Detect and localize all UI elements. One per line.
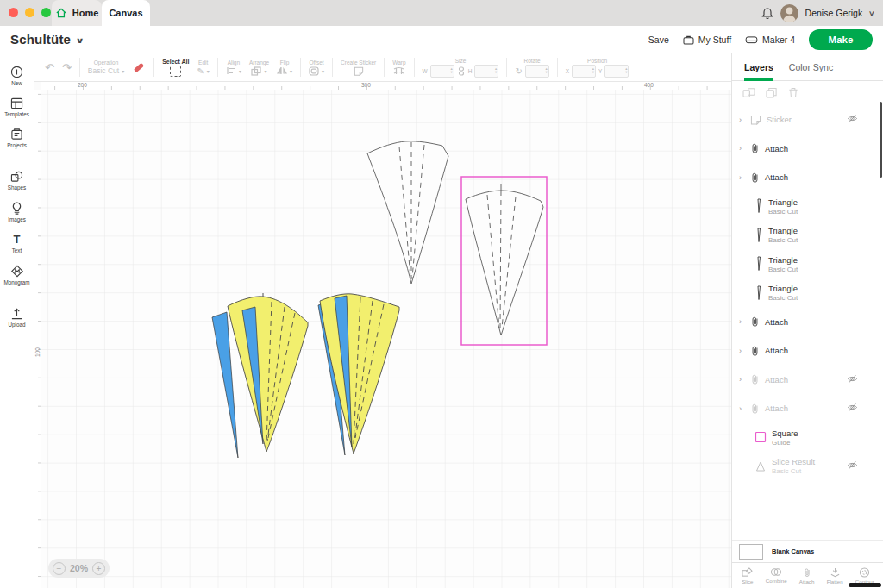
redo-icon[interactable]: ↷ (62, 61, 72, 74)
eye-off-icon[interactable] (847, 374, 858, 384)
sidebar-item-upload[interactable]: Upload (0, 308, 34, 328)
align-dropdown[interactable]: Align ▾ (226, 59, 241, 75)
minimize-window-button[interactable] (25, 8, 34, 17)
notifications-bell-icon[interactable] (761, 7, 773, 20)
position-x-input[interactable]: ▴ ▾ (572, 65, 596, 78)
text-icon: T (14, 234, 21, 246)
eye-off-icon[interactable] (847, 403, 858, 412)
undo-icon[interactable]: ↶ (45, 61, 54, 74)
size-lock-link-icon[interactable] (457, 66, 466, 76)
layer-row-attach[interactable]: › Attach (732, 134, 883, 164)
arrange-label: Arrange (249, 59, 269, 66)
sidebar-item-monogram[interactable]: Monogram (0, 265, 34, 285)
ungroup-icon[interactable] (742, 87, 755, 98)
warp-button[interactable]: Warp (392, 59, 405, 76)
tab-layers[interactable]: Layers (744, 53, 773, 81)
width-stepper[interactable]: ▴ ▾ (450, 67, 453, 74)
sidebar-item-new[interactable]: New (0, 66, 34, 86)
canvas-color-swatch[interactable] (739, 544, 763, 560)
height-input[interactable]: ▴ ▾ (474, 65, 498, 78)
edit-dropdown[interactable]: Edit ✎ ▾ (197, 59, 209, 76)
user-avatar[interactable] (780, 4, 798, 22)
close-window-button[interactable] (9, 8, 18, 17)
rotate-stepper[interactable]: ▴ ▾ (546, 67, 548, 74)
slice-button[interactable]: Slice (742, 567, 753, 585)
user-menu-chevron-icon[interactable]: ∨ (868, 9, 875, 17)
height-stepper[interactable]: ▴ ▾ (495, 67, 498, 74)
stepper-down-icon[interactable]: ▾ (546, 71, 548, 74)
layer-row-attach[interactable]: › Attach (732, 336, 883, 366)
layer-row-triangle[interactable]: Triangle Basic Cut (732, 192, 883, 222)
select-all-button[interactable]: Select All (162, 59, 189, 77)
divider (153, 58, 154, 77)
width-input[interactable]: ▴ ▾ (430, 65, 454, 78)
layers-scrollbar[interactable] (880, 102, 882, 178)
stepper-down-icon[interactable]: ▾ (625, 71, 627, 74)
user-name: Denise Gerigk (805, 8, 863, 18)
layer-row-attach[interactable]: › Attach (732, 308, 883, 337)
layer-row-triangle[interactable]: Triangle Basic Cut (732, 221, 883, 250)
chevron-right-icon[interactable]: › (739, 347, 745, 355)
layer-row-attach[interactable]: › Attach (732, 394, 883, 423)
action-label: Flatten (827, 579, 843, 585)
flatten-button[interactable]: Flatten (827, 567, 843, 585)
divider (384, 58, 385, 77)
stepper-down-icon[interactable]: ▾ (592, 71, 594, 74)
machine-selector[interactable]: Maker 4 (745, 34, 795, 45)
chevron-right-icon[interactable]: › (739, 404, 745, 413)
arrange-dropdown[interactable]: Arrange ▾ (249, 59, 269, 76)
tab-home[interactable]: Home (52, 0, 102, 26)
layer-row-square-guide[interactable]: Square Guide (732, 423, 883, 453)
layer-row-slice-result[interactable]: Slice Result Basic Cut (732, 452, 883, 481)
chevron-right-icon[interactable]: › (739, 144, 745, 153)
layer-row-triangle[interactable]: Triangle Basic Cut (732, 278, 883, 308)
combine-button[interactable]: Combine (766, 567, 787, 584)
chevron-right-icon[interactable]: › (739, 173, 745, 182)
sidebar-item-templates[interactable]: Templates (0, 97, 34, 117)
tab-color-sync[interactable]: Color Sync (789, 53, 833, 81)
x-stepper[interactable]: ▴ ▾ (592, 67, 595, 74)
machine-label: Maker 4 (762, 34, 795, 45)
make-button[interactable]: Make (809, 29, 873, 50)
sidebar-label: Shapes (8, 185, 26, 191)
eye-off-icon[interactable] (847, 114, 858, 123)
offset-dropdown[interactable]: Offset ▾ (309, 59, 324, 76)
sidebar-item-projects[interactable]: Projects (0, 128, 34, 148)
design-canvas[interactable]: 200 300 400 100 (34, 82, 731, 588)
eye-off-icon[interactable] (847, 460, 858, 470)
my-stuff-button[interactable]: My Stuff (683, 34, 731, 45)
delete-icon[interactable] (788, 87, 798, 98)
divider (332, 58, 333, 77)
canvas-artboard[interactable] (34, 82, 731, 588)
linetype-color-swatch[interactable] (134, 62, 144, 72)
zoom-window-button[interactable] (41, 8, 51, 17)
chevron-right-icon[interactable]: › (739, 317, 745, 326)
stepper-down-icon[interactable]: ▾ (495, 71, 497, 74)
rotate-input[interactable]: ▴ ▾ (525, 65, 549, 78)
layer-row-attach[interactable]: › Attach (732, 366, 883, 395)
create-sticker-button[interactable]: Create Sticker (341, 59, 376, 76)
sidebar-item-images[interactable]: Images (0, 202, 34, 222)
layer-row-triangle[interactable]: Triangle Basic Cut (732, 250, 883, 279)
flip-dropdown[interactable]: Flip ▾ (277, 59, 292, 75)
layer-row-attach[interactable]: › Attach (732, 163, 883, 192)
save-button[interactable]: Save (648, 34, 669, 45)
position-y-input[interactable]: ▴ ▾ (604, 65, 629, 78)
tab-canvas[interactable]: Canvas (102, 0, 150, 26)
zoom-out-button[interactable]: − (53, 562, 66, 575)
operation-dropdown[interactable]: Operation Basic Cut ▾ (88, 59, 124, 75)
duplicate-icon[interactable] (766, 87, 778, 98)
contour-button[interactable]: Contour (855, 567, 874, 585)
stepper-down-icon[interactable]: ▾ (450, 71, 452, 74)
sidebar-item-shapes[interactable]: Shapes (0, 171, 34, 191)
sidebar-item-text[interactable]: T Text (0, 234, 34, 253)
project-title[interactable]: Schultüte ∨ (10, 32, 84, 47)
attach-icon (750, 373, 760, 385)
layer-row-sticker[interactable]: › Sticker (732, 105, 883, 134)
attach-button[interactable]: Attach (799, 567, 815, 585)
zoom-in-button[interactable]: + (92, 562, 105, 575)
blank-canvas-row[interactable]: Blank Canvas (732, 540, 883, 562)
chevron-right-icon[interactable]: › (739, 116, 745, 124)
chevron-right-icon[interactable]: › (739, 375, 745, 384)
y-stepper[interactable]: ▴ ▾ (625, 67, 628, 74)
